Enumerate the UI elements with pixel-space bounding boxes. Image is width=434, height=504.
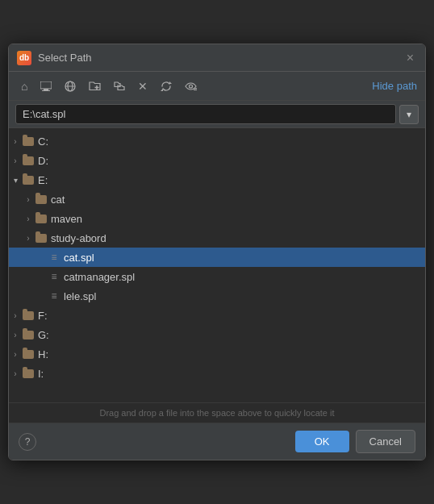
select-path-dialog: db Select Path × ⌂ [8,44,426,460]
tree-item-h[interactable]: ›H: [9,344,425,364]
folder-icon [22,176,35,185]
file-icon: ≡ [48,271,61,282]
svg-rect-2 [42,90,50,91]
tree-item-label: H: [38,348,48,360]
drag-hint: Drag and drop a file into the space abov… [9,402,425,423]
path-dropdown-button[interactable]: ▾ [399,105,419,124]
tree-item-g[interactable]: ›G: [9,325,425,344]
close-button[interactable]: × [403,50,417,66]
svg-rect-10 [194,90,197,90]
tree-item-cat-folder[interactable]: ›cat [9,190,425,209]
tree-item-label: G: [38,329,49,341]
folder-icon [35,215,48,223]
cancel-button[interactable]: Cancel [356,430,415,453]
tree-item-f[interactable]: ›F: [9,306,425,325]
home-button[interactable]: ⌂ [17,77,31,95]
folder-icon [35,234,48,243]
footer: ? OK Cancel [9,423,425,460]
tree-item-catmanager-spl[interactable]: ≡catmanager.spl [9,267,425,286]
tree-item-label: catmanager.spl [64,271,135,283]
folder-icon [22,311,35,320]
file-tree[interactable]: ›C:›D:▾E:›cat›maven›study-abord≡cat.spl≡… [9,128,425,402]
tree-item-lele-spl[interactable]: ≡lele.spl [9,286,425,306]
folder-icon [22,369,35,378]
expand-button[interactable] [110,78,129,94]
svg-rect-9 [194,88,197,89]
tree-item-i[interactable]: ›I: [9,364,425,383]
folder-icon [22,350,35,359]
help-button[interactable]: ? [19,433,36,451]
tree-item-label: E: [38,174,48,186]
tree-item-maven-folder[interactable]: ›maven [9,209,425,228]
app-icon: db [17,51,31,65]
tree-item-study-abord-folder[interactable]: ›study-abord [9,228,425,248]
delete-button[interactable]: ✕ [134,77,152,95]
svg-rect-1 [44,89,48,90]
tree-item-cat-spl[interactable]: ≡cat.spl [9,248,425,267]
folder-icon [22,137,35,146]
path-bar: ▾ [9,101,425,128]
tree-item-label: D: [38,155,48,167]
folder-icon [35,195,48,204]
globe-button[interactable] [61,78,80,94]
title-bar: db Select Path × [9,44,425,72]
folder-icon [22,331,35,339]
tree-item-e[interactable]: ▾E: [9,170,425,190]
eye-button[interactable] [181,80,201,93]
path-input[interactable] [15,104,396,124]
computer-button[interactable] [36,79,56,94]
tree-item-d[interactable]: ›D: [9,151,425,170]
tree-item-label: maven [51,213,82,225]
tree-item-label: cat [51,194,65,206]
toolbar: ⌂ [9,72,425,101]
sync-button[interactable] [156,78,176,94]
ok-button[interactable]: OK [295,431,349,452]
tree-item-label: C: [38,135,48,148]
svg-rect-0 [40,81,52,89]
tree-item-label: cat.spl [64,252,94,264]
tree-item-c[interactable]: ›C: [9,131,425,151]
tree-item-label: lele.spl [64,290,96,302]
tree-item-label: F: [38,310,48,322]
new-folder-button[interactable] [85,78,105,94]
tree-item-label: I: [38,368,44,380]
dialog-title: Select Path [38,52,397,64]
hide-path-button[interactable]: Hide path [372,80,417,92]
tree-item-label: study-abord [51,232,106,244]
file-icon: ≡ [48,290,61,302]
file-icon: ≡ [48,252,61,263]
folder-icon [22,156,35,165]
svg-point-8 [190,85,193,88]
